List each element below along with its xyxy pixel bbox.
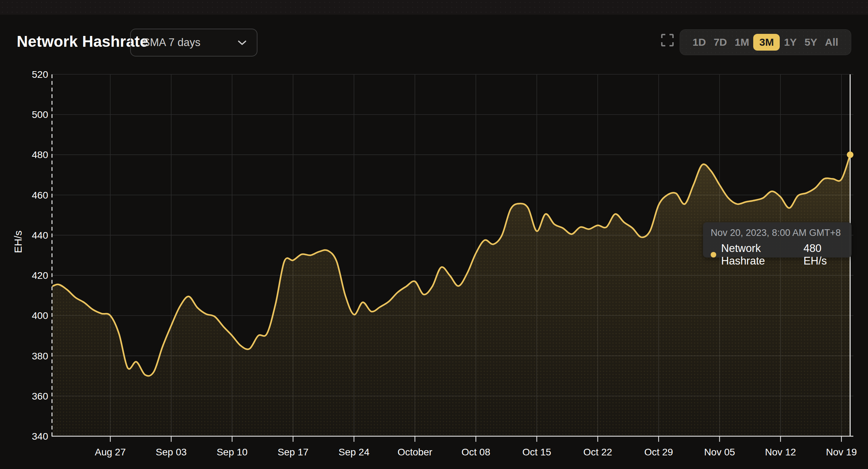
x-tick-label: Aug 27 (95, 447, 126, 457)
series-area-group (49, 155, 850, 436)
y-tick-label: 500 (32, 109, 48, 120)
x-tick-label: October (397, 447, 432, 457)
x-tick-label: Sep 10 (217, 447, 248, 457)
x-tick-label: Oct 15 (522, 447, 551, 457)
x-tick-label: Nov 05 (704, 447, 735, 457)
y-tick-label: 440 (32, 230, 48, 241)
y-tick-label: 340 (32, 431, 48, 442)
x-tick-label: Nov 12 (765, 447, 796, 457)
tooltip-date: Nov 20, 2023, 8:00 AM GMT+8 (711, 228, 844, 238)
network-hashrate-panel: Network Hashrate SMA 7 days 1D7D1M3M1Y5Y… (0, 0, 868, 469)
x-tick-label: Oct 29 (644, 447, 673, 457)
series-dot-icon (711, 252, 716, 258)
y-tick-label: 420 (32, 270, 48, 281)
x-tick-label: Oct 22 (583, 447, 612, 457)
y-tick-label: 400 (32, 310, 48, 321)
x-tick-label: Nov 19 (826, 447, 857, 457)
chart-tooltip: Nov 20, 2023, 8:00 AM GMT+8 Network Hash… (703, 222, 852, 258)
series-area-texture (49, 155, 850, 436)
y-tick-label: 520 (32, 69, 48, 80)
x-tick-label: Sep 03 (156, 447, 187, 457)
y-tick-label: 460 (32, 190, 48, 201)
y-tick-label: 480 (32, 149, 48, 160)
tooltip-value: 480 EH/s (803, 242, 844, 267)
hovered-point-marker[interactable] (847, 151, 853, 158)
y-tick-label: 360 (32, 391, 48, 402)
x-tick-label: Sep 24 (338, 447, 369, 457)
x-tick-label: Oct 08 (462, 447, 490, 457)
tooltip-series-label: Network Hashrate (721, 242, 800, 267)
y-axis-title: EH/s (12, 230, 24, 253)
x-tick-label: Sep 17 (278, 447, 309, 457)
y-tick-label: 380 (32, 351, 48, 362)
